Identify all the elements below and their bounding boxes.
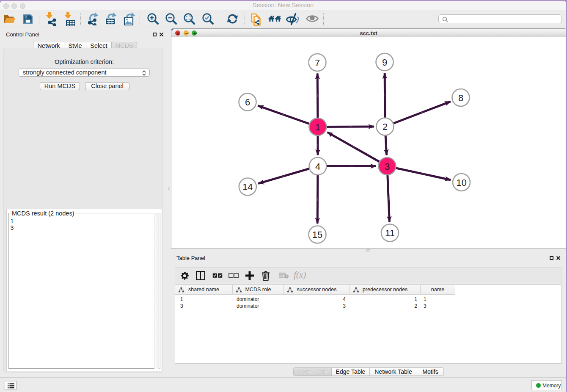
svg-text:7: 7 (315, 58, 320, 68)
svg-text:6: 6 (245, 97, 250, 108)
svg-text:3: 3 (385, 161, 390, 172)
svg-text:8: 8 (458, 93, 463, 103)
svg-text:14: 14 (242, 182, 253, 192)
svg-text:10: 10 (456, 177, 466, 188)
svg-text:15: 15 (312, 229, 322, 240)
svg-text:9: 9 (382, 57, 387, 68)
svg-text:4: 4 (315, 161, 320, 172)
svg-text:11: 11 (385, 228, 395, 238)
svg-text:2: 2 (383, 121, 388, 132)
svg-text:1: 1 (315, 122, 320, 133)
